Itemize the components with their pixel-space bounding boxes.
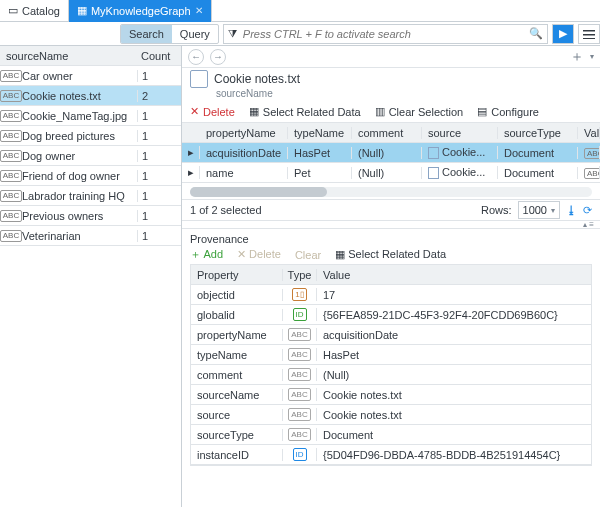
search-field[interactable]: ⧩ 🔍 <box>223 24 548 44</box>
prov-add-button[interactable]: ＋ Add <box>190 247 223 262</box>
source-list-row[interactable]: ABCCookie_NameTag.jpg1 <box>0 106 181 126</box>
select-related-button[interactable]: ▦Select Related Data <box>249 105 361 118</box>
delete-icon: ✕ <box>190 105 199 118</box>
prov-type: 1▯ <box>283 288 317 301</box>
provenance-row[interactable]: propertyNameABCacquisitionDate <box>191 325 591 345</box>
provenance-toolbar: ＋ Add ✕ Delete Clear ▦ Select Related Da… <box>190 247 592 262</box>
refresh-icon[interactable]: ⟳ <box>583 204 592 217</box>
source-list-row[interactable]: ABCCookie notes.txt2 <box>0 86 181 106</box>
prov-property: comment <box>191 369 283 381</box>
grid-header: propertyName typeName comment source sou… <box>182 123 600 143</box>
menu-button[interactable] <box>578 24 600 44</box>
source-list-row[interactable]: ABCCar owner1 <box>0 66 181 86</box>
prov-add-label: Add <box>203 248 223 260</box>
source-count: 1 <box>137 210 181 222</box>
col-sourcename[interactable]: sourceName <box>0 50 137 62</box>
provenance-row[interactable]: sourceNameABCCookie notes.txt <box>191 385 591 405</box>
horizontal-scrollbar[interactable] <box>190 187 592 197</box>
prov-value: {56FEA859-21DC-45F3-92F4-20FCDD69B60C} <box>317 309 591 321</box>
col-value[interactable]: Value <box>317 269 591 281</box>
scrollbar-thumb[interactable] <box>190 187 327 197</box>
prov-value: HasPet <box>317 349 591 361</box>
col-source[interactable]: source <box>422 127 498 139</box>
prov-clear-label: Clear <box>295 249 321 261</box>
tab-catalog[interactable]: ▭ Catalog <box>0 0 69 22</box>
prov-select-related-button[interactable]: ▦ Select Related Data <box>335 248 446 261</box>
provenance-row[interactable]: sourceABCCookie notes.txt <box>191 405 591 425</box>
prov-type: ABC <box>283 408 317 421</box>
source-list-row[interactable]: ABCLabrador training HQ1 <box>0 186 181 206</box>
source-count: 1 <box>137 110 181 122</box>
provenance-row[interactable]: typeNameABCHasPet <box>191 345 591 365</box>
source-count: 2 <box>137 90 181 102</box>
search-query-toggle[interactable]: Search Query <box>120 24 219 44</box>
forward-button[interactable]: → <box>210 49 226 65</box>
add-menu-caret[interactable]: ▾ <box>590 52 594 61</box>
source-list-row[interactable]: ABCVeterinarian1 <box>0 226 181 246</box>
col-comment[interactable]: comment <box>352 127 422 139</box>
document-icon <box>428 147 439 159</box>
prov-value: {5D04FD96-DBDA-4785-BDDB-4B251914454C} <box>317 449 591 461</box>
row-handle[interactable]: ▸ <box>182 166 200 179</box>
provenance-title: Provenance <box>190 233 592 245</box>
add-button[interactable]: ＋ <box>570 48 584 66</box>
col-type[interactable]: Type <box>283 269 317 281</box>
col-propertyname[interactable]: propertyName <box>200 127 288 139</box>
source-name: Cookie_NameTag.jpg <box>22 110 137 122</box>
select-related-icon: ▦ <box>249 105 259 118</box>
source-count: 1 <box>137 190 181 202</box>
text-type-icon: ABC <box>0 170 22 182</box>
col-count[interactable]: Count <box>137 50 181 62</box>
col-property[interactable]: Property <box>191 269 283 281</box>
row-handle[interactable]: ▸ <box>182 146 200 159</box>
panel-gripper[interactable]: ▴ ≡ <box>182 221 600 229</box>
document-icon <box>428 167 439 179</box>
provenance-row[interactable]: sourceTypeABCDocument <box>191 425 591 445</box>
type-badge: ABC <box>288 328 310 341</box>
provenance-row[interactable]: commentABC(Null) <box>191 365 591 385</box>
source-name: Dog breed pictures <box>22 130 137 142</box>
search-icon[interactable]: 🔍 <box>529 27 543 40</box>
col-value[interactable]: Value <box>578 127 600 139</box>
provenance-row[interactable]: instanceIDID{5D04FD96-DBDA-4785-BDDB-4B2… <box>191 445 591 465</box>
close-icon[interactable]: ✕ <box>195 5 203 16</box>
prov-value: acquisitionDate <box>317 329 591 341</box>
type-badge: ABC <box>288 388 310 401</box>
source-list-row[interactable]: ABCDog owner1 <box>0 146 181 166</box>
cell-typename: Pet <box>288 167 352 179</box>
provenance-row[interactable]: globalidID{56FEA859-21DC-45F3-92F4-20FCD… <box>191 305 591 325</box>
menu-icon <box>583 29 595 39</box>
provenance-row[interactable]: objectid1▯17 <box>191 285 591 305</box>
type-badge: ID <box>293 308 307 321</box>
source-count: 1 <box>137 70 181 82</box>
text-type-icon: ABC <box>0 230 22 242</box>
clear-selection-button[interactable]: ▥Clear Selection <box>375 105 464 118</box>
type-badge: ABC <box>288 408 310 421</box>
source-list-row[interactable]: ABCFriend of dog owner1 <box>0 166 181 186</box>
title-block: Cookie notes.txt sourceName <box>182 68 600 103</box>
filter-icon[interactable]: ⧩ <box>228 27 237 40</box>
query-tab[interactable]: Query <box>172 25 218 43</box>
col-sourcetype[interactable]: sourceType <box>498 127 578 139</box>
source-list-row[interactable]: ABCDog breed pictures1 <box>0 126 181 146</box>
grid-row[interactable]: ▸acquisitionDateHasPet(Null)Cookie...Doc… <box>182 143 600 163</box>
search-input[interactable] <box>241 27 525 41</box>
source-count: 1 <box>137 150 181 162</box>
source-count: 1 <box>137 170 181 182</box>
search-tab[interactable]: Search <box>121 25 172 43</box>
col-typename[interactable]: typeName <box>288 127 352 139</box>
text-type-icon: ABC <box>0 90 22 102</box>
source-list-row[interactable]: ABCPrevious owners1 <box>0 206 181 226</box>
grid-row[interactable]: ▸namePet(Null)Cookie...DocumentABC Cooki… <box>182 163 600 183</box>
delete-button[interactable]: ✕Delete <box>190 105 235 118</box>
configure-button[interactable]: ▤Configure <box>477 105 539 118</box>
download-icon[interactable]: ⭳ <box>566 204 577 216</box>
prov-value: Cookie notes.txt <box>317 409 591 421</box>
tab-graph[interactable]: ▦ MyKnowledgeGraph ✕ <box>69 0 212 22</box>
back-button[interactable]: ← <box>188 49 204 65</box>
run-button[interactable]: ▶ <box>552 24 574 44</box>
text-type-icon: ABC <box>584 168 600 179</box>
text-type-icon: ABC <box>0 190 22 202</box>
rows-input[interactable]: 1000▾ <box>518 201 560 219</box>
rows-caret: ▾ <box>551 206 555 215</box>
